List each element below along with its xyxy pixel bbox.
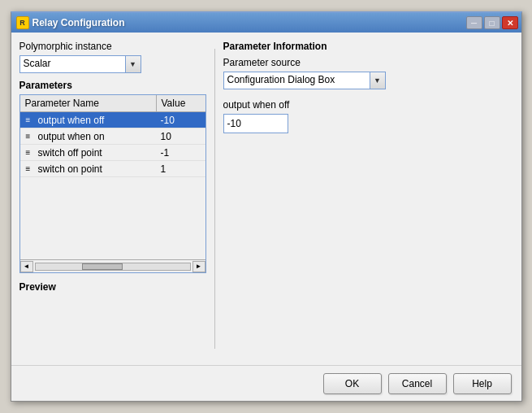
footer: OK Cancel Help [11,365,521,401]
vertical-divider [214,49,215,349]
params-table-body[interactable]: ≡output when off-10≡output when on10≡swi… [20,112,205,259]
row-param-name: output when on [37,131,161,142]
row-param-value: 1 [161,163,205,175]
params-table-header: Parameter Name Value [20,95,205,112]
horizontal-scrollbar[interactable]: ◄ ► [20,259,205,272]
row-param-value: -10 [161,115,205,126]
scroll-thumb[interactable] [82,263,123,270]
row-param-value: 10 [161,131,205,142]
table-row[interactable]: ≡switch off point-1 [20,145,205,161]
right-panel: Parameter Information Parameter source C… [223,41,513,357]
table-row[interactable]: ≡output when on10 [20,128,205,145]
title-bar: R Relay Configuration ─ □ ✕ [11,13,521,33]
title-bar-buttons: ─ □ ✕ [466,16,518,29]
preview-section: Preview [19,281,206,296]
param-info-title: Parameter Information [223,41,513,52]
row-expand-icon: ≡ [20,115,37,124]
params-table: Parameter Name Value ≡output when off-10… [19,94,206,273]
instance-dropdown-button[interactable]: ▼ [125,55,141,73]
instance-dropdown-row: Scalar ▼ [19,55,206,73]
minimize-button[interactable]: ─ [466,16,482,29]
row-param-value: -1 [161,147,205,159]
param-source-dropdown-input[interactable]: Configuration Dialog Box [223,72,370,89]
row-param-name: output when off [37,115,161,126]
close-button[interactable]: ✕ [502,16,518,29]
param-source-dropdown-button[interactable]: ▼ [370,72,386,89]
param-source-dropdown-row: Configuration Dialog Box ▼ [223,72,513,89]
scroll-track[interactable] [35,263,191,271]
row-expand-icon: ≡ [20,132,37,141]
left-panel: Polymorphic instance Scalar ▼ Parameters… [19,41,206,357]
row-param-name: switch on point [37,163,161,175]
col-name-header: Parameter Name [20,95,157,111]
main-window: R Relay Configuration ─ □ ✕ Polymorphic … [11,11,522,402]
instance-dropdown-input[interactable]: Scalar [19,55,125,73]
help-button[interactable]: Help [453,373,512,394]
ok-button[interactable]: OK [323,373,382,394]
col-value-header: Value [157,95,205,111]
window-content: Polymorphic instance Scalar ▼ Parameters… [11,33,521,365]
params-section-label: Parameters [19,80,206,91]
output-label: output when off [223,99,513,111]
output-value-box[interactable]: -10 [223,114,288,133]
preview-label: Preview [19,281,206,293]
maximize-button[interactable]: □ [484,16,500,29]
param-source-label: Parameter source [223,57,513,68]
scroll-left-button[interactable]: ◄ [20,261,33,272]
table-row[interactable]: ≡output when off-10 [20,112,205,128]
cancel-button[interactable]: Cancel [388,373,447,394]
scroll-right-button[interactable]: ► [192,261,205,272]
row-expand-icon: ≡ [20,164,37,173]
row-expand-icon: ≡ [20,148,37,157]
table-row[interactable]: ≡switch on point1 [20,161,205,177]
row-param-name: switch off point [37,147,161,159]
window-title: Relay Configuration [32,17,463,28]
window-icon: R [16,16,29,29]
polymorphic-label: Polymorphic instance [19,41,206,52]
